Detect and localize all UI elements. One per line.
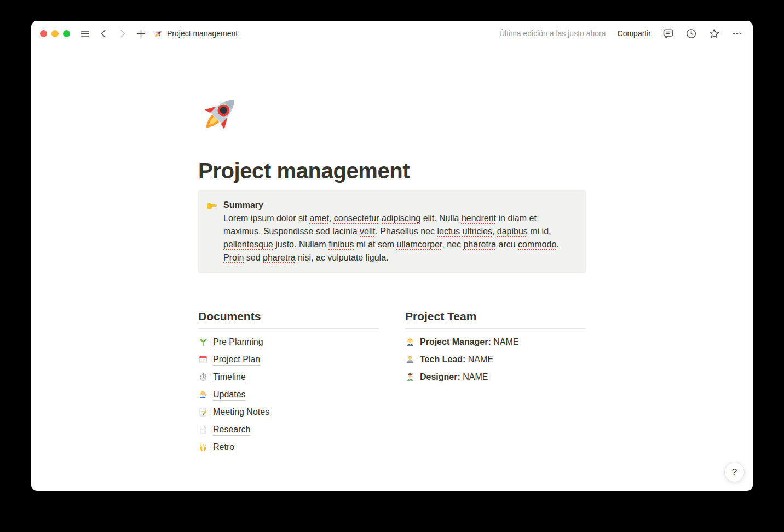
history-button[interactable] (685, 28, 697, 39)
document-link-label: Research (213, 424, 250, 436)
callout-text-segment: . Phasellus nec (375, 227, 437, 236)
new-tab-button[interactable] (136, 28, 146, 39)
back-button[interactable] (99, 28, 109, 39)
misspelled-word: pharetra (463, 240, 496, 249)
callout-text-segment: mi id, (528, 227, 551, 236)
share-button[interactable]: Compartir (618, 29, 651, 38)
bookmark-tabs-icon (198, 425, 208, 435)
misspelled-word: Proin (223, 253, 244, 262)
hamburger-icon (80, 28, 90, 39)
document-link[interactable]: Research (198, 421, 379, 438)
team-member-row: Project Manager: NAME (405, 333, 586, 351)
favorite-button[interactable] (708, 28, 720, 39)
breadcrumb[interactable]: Project management (154, 29, 238, 38)
traffic-lights (40, 30, 70, 37)
breadcrumb-title: Project management (167, 29, 238, 38)
seedling-icon (198, 337, 208, 347)
team-role-label: Designer: (420, 372, 460, 381)
callout-text-segment: nisi, ac vulputate ligula. (296, 253, 389, 262)
team-member-text: Project Manager: NAME (420, 337, 518, 347)
misspelled-word: commodo (518, 240, 556, 249)
document-link[interactable]: Retro (198, 438, 379, 456)
comments-button[interactable] (662, 28, 674, 39)
document-link-label: Timeline (213, 371, 246, 383)
team-member-text: Designer: NAME (420, 372, 488, 382)
misspelled-word: hendrerit (462, 213, 496, 223)
technologist-man-icon (405, 355, 415, 365)
team-member-name: NAME (491, 337, 519, 346)
misspelled-word: ultricies (463, 227, 492, 236)
team-heading: Project Team (405, 309, 586, 323)
last-edited-label: Última edición a las justo ahora (499, 29, 606, 38)
misspelled-word: dapibus (497, 227, 528, 236)
team-list: Project Manager: NAMETech Lead: NAMEDesi… (405, 333, 586, 386)
team-section: Project Team Project Manager: NAMETech L… (405, 309, 586, 456)
callout-text-segment: Lorem ipsum dolor sit (223, 213, 309, 223)
maximize-window-button[interactable] (63, 30, 70, 37)
misspelled-word: pharetra (263, 253, 296, 262)
team-role-label: Tech Lead: (420, 355, 465, 364)
team-divider (405, 328, 586, 329)
office-worker-woman-icon (405, 337, 415, 347)
clock-icon (685, 28, 697, 39)
help-button[interactable]: ? (724, 462, 745, 482)
page-title[interactable]: Project management (198, 158, 586, 184)
misspelled-word: consectetur (334, 213, 379, 223)
callout-title: Summary (223, 199, 574, 212)
clap-icon (198, 442, 208, 452)
misspelled-word: velit (360, 227, 375, 236)
document-link[interactable]: Updates (198, 386, 379, 403)
calendar-icon (198, 355, 208, 365)
callout-text-segment: mi at sem (354, 240, 396, 249)
callout-text-segment: . (556, 240, 558, 249)
documents-list: Pre PlanningProject PlanTimelineUpdatesM… (198, 333, 379, 456)
point-right-icon (206, 199, 218, 211)
documents-section: Documents Pre PlanningProject PlanTimeli… (198, 309, 379, 456)
team-member-text: Tech Lead: NAME (420, 355, 493, 365)
callout-text-segment: , (492, 227, 497, 236)
chevron-right-icon (117, 28, 128, 39)
document-link-label: Pre Planning (213, 336, 263, 348)
comment-icon (662, 28, 674, 39)
callout-text-segment: sed (244, 253, 263, 262)
chevron-left-icon (99, 28, 109, 39)
document-link-label: Retro (213, 441, 234, 453)
ellipsis-icon (731, 28, 743, 39)
page-content: Project management Summary Lorem ipsum d… (198, 92, 586, 478)
document-link-label: Updates (213, 389, 246, 401)
callout-text-segment: elit. Nulla (420, 213, 462, 223)
document-link-label: Meeting Notes (213, 406, 269, 418)
document-link[interactable]: Meeting Notes (198, 403, 379, 421)
notion-window: Project management Última edición a las … (31, 21, 753, 491)
artist-man-icon (405, 372, 415, 382)
titlebar: Project management Última edición a las … (31, 21, 753, 46)
rocket-icon (154, 29, 163, 38)
team-member-row: Designer: NAME (405, 368, 586, 386)
help-label: ? (732, 467, 737, 478)
misspelled-word: adipiscing (382, 213, 420, 223)
document-link[interactable]: Pre Planning (198, 333, 379, 351)
team-member-row: Tech Lead: NAME (405, 351, 586, 368)
forward-button[interactable] (117, 28, 128, 39)
misspelled-word: amet (309, 213, 329, 223)
page-icon[interactable] (198, 92, 242, 136)
memo-icon (198, 407, 208, 417)
star-icon (708, 28, 720, 39)
team-role-label: Project Manager: (420, 337, 491, 346)
close-window-button[interactable] (40, 30, 47, 37)
document-link[interactable]: Timeline (198, 368, 379, 386)
misspelled-word: pellentesque (223, 240, 273, 249)
callout-text-segment: , nec (442, 240, 463, 249)
callout-text-segment: , (329, 213, 334, 223)
minimize-window-button[interactable] (51, 30, 59, 37)
more-options-button[interactable] (731, 28, 743, 39)
misspelled-word: lectus (437, 227, 460, 236)
misspelled-word: finibus (328, 240, 354, 249)
team-member-name: NAME (465, 355, 493, 364)
sidebar-menu-button[interactable] (80, 28, 90, 39)
summary-callout: Summary Lorem ipsum dolor sit amet, cons… (198, 190, 586, 273)
document-link[interactable]: Project Plan (198, 351, 379, 368)
plus-icon (136, 28, 146, 39)
tipping-hand-woman-icon (198, 390, 208, 400)
callout-text: Lorem ipsum dolor sit amet, consectetur … (223, 212, 574, 264)
